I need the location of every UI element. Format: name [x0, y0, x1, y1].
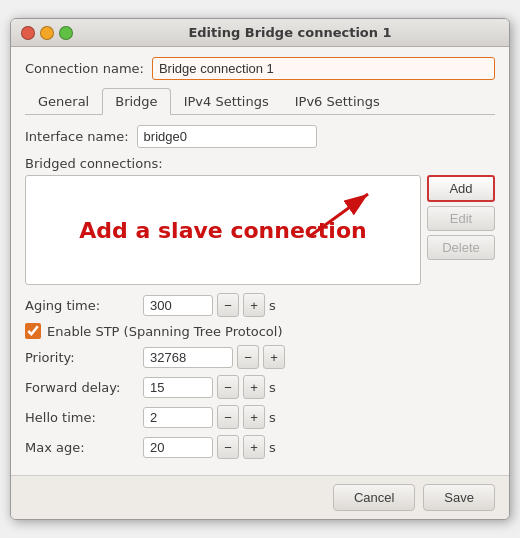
hello-time-label: Hello time: [25, 410, 135, 425]
aging-time-input[interactable] [143, 295, 213, 316]
enable-stp-row: Enable STP (Spanning Tree Protocol) [25, 323, 495, 339]
forward-delay-unit: s [269, 380, 276, 395]
hello-time-unit: s [269, 410, 276, 425]
hello-time-minus[interactable]: − [217, 405, 239, 429]
minimize-button[interactable] [40, 26, 54, 40]
max-age-spinner: − + s [143, 435, 276, 459]
connection-name-row: Connection name: [25, 57, 495, 80]
aging-time-label: Aging time: [25, 298, 135, 313]
forward-delay-row: Forward delay: − + s [25, 375, 495, 399]
bridged-connections-label: Bridged connections: [25, 156, 495, 171]
max-age-minus[interactable]: − [217, 435, 239, 459]
connection-name-label: Connection name: [25, 61, 144, 76]
content-area: Connection name: General Bridge IPv4 Set… [11, 47, 509, 475]
aging-time-row: Aging time: − + s [25, 293, 495, 317]
priority-row: Priority: − + [25, 345, 495, 369]
connection-name-input[interactable] [152, 57, 495, 80]
main-window: Editing Bridge connection 1 Connection n… [10, 18, 510, 520]
enable-stp-label[interactable]: Enable STP (Spanning Tree Protocol) [47, 324, 283, 339]
footer: Cancel Save [11, 475, 509, 519]
hello-time-input[interactable] [143, 407, 213, 428]
forward-delay-label: Forward delay: [25, 380, 135, 395]
add-button[interactable]: Add [427, 175, 495, 202]
save-button[interactable]: Save [423, 484, 495, 511]
priority-label: Priority: [25, 350, 135, 365]
edit-button[interactable]: Edit [427, 206, 495, 231]
max-age-row: Max age: − + s [25, 435, 495, 459]
tab-general[interactable]: General [25, 88, 102, 114]
window-title: Editing Bridge connection 1 [81, 25, 499, 40]
tab-bar: General Bridge IPv4 Settings IPv6 Settin… [25, 88, 495, 115]
titlebar: Editing Bridge connection 1 [11, 19, 509, 47]
priority-minus[interactable]: − [237, 345, 259, 369]
hello-time-spinner: − + s [143, 405, 276, 429]
interface-name-row: Interface name: [25, 125, 495, 148]
priority-spinner: − + [143, 345, 285, 369]
interface-name-input[interactable] [137, 125, 317, 148]
svg-line-1 [310, 194, 368, 236]
forward-delay-spinner: − + s [143, 375, 276, 399]
hello-time-plus[interactable]: + [243, 405, 265, 429]
maximize-button[interactable] [59, 26, 73, 40]
cancel-button[interactable]: Cancel [333, 484, 415, 511]
priority-input[interactable] [143, 347, 233, 368]
aging-time-plus[interactable]: + [243, 293, 265, 317]
aging-time-minus[interactable]: − [217, 293, 239, 317]
priority-plus[interactable]: + [263, 345, 285, 369]
window-controls [21, 26, 73, 40]
tab-ipv4[interactable]: IPv4 Settings [171, 88, 282, 114]
tab-ipv6[interactable]: IPv6 Settings [282, 88, 393, 114]
hello-time-row: Hello time: − + s [25, 405, 495, 429]
forward-delay-plus[interactable]: + [243, 375, 265, 399]
max-age-unit: s [269, 440, 276, 455]
bridged-area: Add a slave connection Add Edit Delete [25, 175, 495, 285]
enable-stp-checkbox[interactable] [25, 323, 41, 339]
forward-delay-input[interactable] [143, 377, 213, 398]
aging-time-spinner: − + s [143, 293, 276, 317]
max-age-plus[interactable]: + [243, 435, 265, 459]
bridged-buttons: Add Edit Delete [427, 175, 495, 285]
aging-time-unit: s [269, 298, 276, 313]
bridged-list: Add a slave connection [25, 175, 421, 285]
close-button[interactable] [21, 26, 35, 40]
tab-bridge[interactable]: Bridge [102, 88, 170, 115]
forward-delay-minus[interactable]: − [217, 375, 239, 399]
interface-name-label: Interface name: [25, 129, 129, 144]
max-age-label: Max age: [25, 440, 135, 455]
add-slave-hint: Add a slave connection [79, 218, 366, 243]
delete-button[interactable]: Delete [427, 235, 495, 260]
max-age-input[interactable] [143, 437, 213, 458]
arrow-icon [300, 186, 380, 246]
